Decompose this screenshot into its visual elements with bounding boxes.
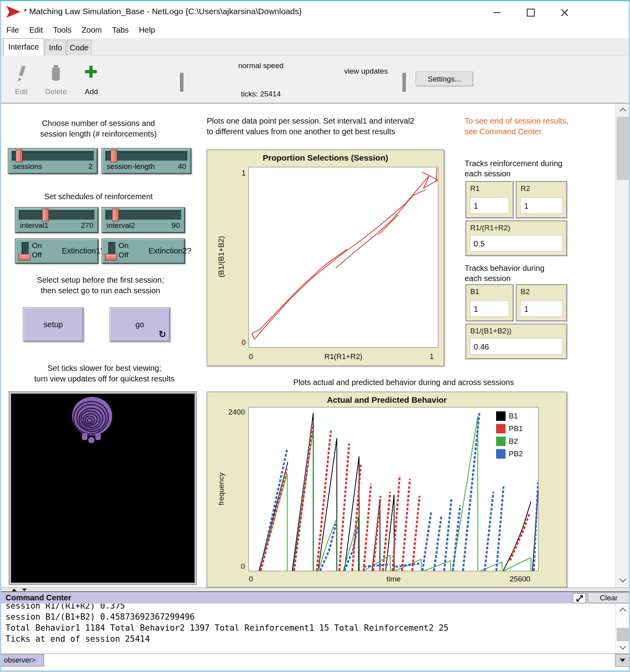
window-title: * Matching Law Simulation_Base - NetLogo… xyxy=(24,7,302,16)
command-center-header: Command Center Clear xyxy=(0,591,630,604)
plot2-ytick-max: 2400 xyxy=(220,408,245,417)
edit-button-label[interactable]: Edit xyxy=(10,87,32,96)
delete-button-label[interactable]: Delete xyxy=(43,87,69,96)
plot1-ylabel: (B1/(B1+B2) xyxy=(217,217,226,296)
menubar: File Edit Tools Zoom Tabs Help xyxy=(0,22,630,38)
chevron-down-icon xyxy=(619,576,626,583)
switch-on-label: On xyxy=(119,241,128,250)
menu-file[interactable]: File xyxy=(6,26,19,35)
scroll-down-button[interactable] xyxy=(615,641,630,653)
slider-label: interval2 xyxy=(107,221,135,230)
clear-button[interactable]: Clear xyxy=(588,593,629,603)
delete-trash-icon[interactable] xyxy=(50,64,62,84)
slider-value: 270 xyxy=(81,221,93,230)
command-center-output: session R1/(R1+R2) 0.375 session B1/(B1+… xyxy=(0,604,615,653)
world-view-canvas xyxy=(11,394,195,583)
scroll-up-button[interactable] xyxy=(615,104,630,116)
menu-tabs[interactable]: Tabs xyxy=(112,26,129,35)
slider-handle[interactable] xyxy=(42,209,49,221)
monitor-r1-proportion: R1/(R1+R2) 0.5 xyxy=(465,220,567,256)
switch-handle[interactable] xyxy=(19,254,30,261)
legend-swatch xyxy=(496,437,506,446)
slider-value: 40 xyxy=(178,162,186,171)
command-center-expand-button[interactable] xyxy=(573,593,586,603)
plot2-area: B1PB1B2PB2 xyxy=(248,407,539,571)
command-input[interactable] xyxy=(45,654,614,666)
monitor-value: 1 xyxy=(520,300,563,317)
minimize-button[interactable] xyxy=(486,5,508,20)
edit-pencil-icon[interactable] xyxy=(16,65,27,84)
speed-slider-label: normal speed xyxy=(220,61,301,70)
plot1-area xyxy=(248,167,438,348)
go-button[interactable]: go ↻ xyxy=(109,307,170,342)
netlogo-logo-icon xyxy=(6,4,21,19)
close-button[interactable] xyxy=(554,5,576,20)
monitor-value: 1 xyxy=(520,197,563,214)
slider-handle[interactable] xyxy=(112,209,119,221)
add-button-label[interactable]: Add xyxy=(80,87,102,96)
monitor-value: 0.46 xyxy=(470,338,563,355)
slider-interval2[interactable]: interval2 90 xyxy=(102,207,185,233)
history-arrow-icon xyxy=(620,659,625,662)
switch-handle[interactable] xyxy=(105,254,117,261)
monitor-label: B1 xyxy=(470,287,479,296)
switch-extinction1[interactable]: On Off Extinction1? xyxy=(15,239,98,264)
scroll-down-button[interactable] xyxy=(615,574,630,586)
legend-item: PB1 xyxy=(496,424,523,433)
command-center-title: Command Center xyxy=(6,593,71,602)
menu-edit[interactable]: Edit xyxy=(29,26,43,35)
plot1-xlabel: R1(R1+R2) xyxy=(248,352,438,361)
command-output-line: session R1/(R1+R2) 0.375 xyxy=(6,604,615,611)
menu-tools[interactable]: Tools xyxy=(53,26,72,35)
forever-icon: ↻ xyxy=(159,329,166,340)
monitor-r1: R1 1 xyxy=(465,181,513,218)
legend-label: B1 xyxy=(509,412,518,420)
tab-interface[interactable]: Interface xyxy=(3,38,44,56)
command-history-button[interactable] xyxy=(615,654,630,667)
legend-label: PB2 xyxy=(509,450,523,458)
slider-sessions[interactable]: sessions 2 xyxy=(8,148,98,174)
plot2-data-lines xyxy=(249,407,538,571)
command-center-scrollbar[interactable] xyxy=(615,604,630,653)
legend-swatch xyxy=(496,449,506,459)
scrollbar-thumb[interactable] xyxy=(617,628,629,641)
note-setup-go: Select setup before the first session; t… xyxy=(12,275,189,296)
maximize-button[interactable] xyxy=(520,5,542,20)
note-view-updates: Set ticks slower for best viewing; turn … xyxy=(12,363,197,384)
legend-swatch xyxy=(496,424,506,433)
slider-label: interval1 xyxy=(20,221,48,230)
main-scrollbar[interactable] xyxy=(615,104,630,587)
legend-swatch xyxy=(496,411,506,421)
splitter[interactable] xyxy=(0,587,630,591)
legend-item: PB2 xyxy=(496,449,523,459)
tab-info[interactable]: Info xyxy=(45,40,66,56)
monitor-label: R1/(R1+R2) xyxy=(470,224,510,232)
slider-interval1[interactable]: interval1 270 xyxy=(15,207,98,233)
setup-button[interactable]: setup xyxy=(23,307,83,342)
slider-handle[interactable] xyxy=(16,150,22,162)
toolbar-separator xyxy=(402,73,406,92)
tab-code[interactable]: Code xyxy=(67,40,91,56)
menu-zoom[interactable]: Zoom xyxy=(82,26,102,35)
note-command-center: To see end of session results, see Comma… xyxy=(465,116,587,137)
splitter-up-icon xyxy=(12,589,17,591)
note-plot2: Plots actual and predicted behavior duri… xyxy=(285,377,522,388)
scroll-up-button[interactable] xyxy=(615,604,630,616)
slider-groove xyxy=(19,210,94,220)
titlebar: * Matching Law Simulation_Base - NetLogo… xyxy=(0,1,630,22)
monitor-b1-proportion: B1/(B1+B2)) 0.46 xyxy=(465,324,567,359)
legend-item: B2 xyxy=(496,437,523,446)
slider-handle[interactable] xyxy=(111,150,117,162)
switch-extinction2[interactable]: On Off Extinction2? xyxy=(102,239,185,264)
note-plot1: Plots one data point per session. Set in… xyxy=(207,116,433,137)
tabbar: Interface Info Code xyxy=(0,38,630,56)
monitor-value: 0.5 xyxy=(470,235,563,252)
close-icon xyxy=(561,9,569,17)
settings-button[interactable]: Settings... xyxy=(416,72,473,86)
scrollbar-thumb[interactable] xyxy=(617,117,629,180)
slider-session-length[interactable]: session-length 40 xyxy=(102,148,191,174)
add-plus-icon[interactable] xyxy=(85,66,97,78)
view-updates-label[interactable]: view updates xyxy=(344,67,395,76)
menu-help[interactable]: Help xyxy=(139,26,155,35)
ticks-counter: ticks: 25414 xyxy=(220,90,301,98)
